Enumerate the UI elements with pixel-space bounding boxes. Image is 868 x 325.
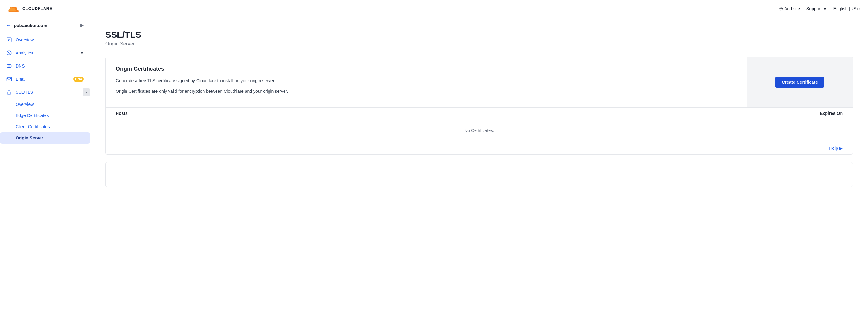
chevron-down-icon: ▼ (80, 51, 84, 55)
page-title: SSL/TLS (105, 30, 853, 40)
sidebar-item-dns[interactable]: DNS (0, 60, 90, 72)
back-arrow-icon[interactable]: ← (6, 23, 11, 28)
navbar: CLOUDFLARE ⊕ Add site Support ▼ English … (0, 0, 868, 18)
second-card-placeholder (105, 162, 853, 187)
chevron-down-icon: ▼ (823, 6, 827, 11)
sidebar-item-client-certificates[interactable]: Client Certificates (0, 121, 90, 132)
language-button[interactable]: English (US) › (833, 6, 861, 11)
plus-icon: ⊕ (779, 6, 783, 11)
card-header-left: Origin Certificates Generate a free TLS … (105, 57, 747, 107)
lock-icon (6, 89, 12, 95)
card-footer: Help ▶ (105, 142, 853, 154)
sidebar-item-label-overview: Overview (16, 37, 84, 42)
navbar-right: ⊕ Add site Support ▼ English (US) › (779, 6, 861, 11)
chevron-right-icon: ▶ (81, 23, 84, 28)
chevron-down-icon: › (859, 6, 861, 11)
arrow-right-icon: ▶ (839, 146, 843, 151)
help-link[interactable]: Help ▶ (829, 146, 843, 151)
page-subtitle: Origin Server (105, 41, 853, 47)
origin-certificates-card: Origin Certificates Generate a free TLS … (105, 57, 853, 155)
sidebar-item-label-ssl-tls: SSL/TLS (16, 90, 84, 95)
cloudflare-logo-icon (7, 5, 20, 13)
create-certificate-button[interactable]: Create Certificate (775, 76, 824, 88)
app-layout: ← pcbaecker.com ▶ Overview Analytics ▼ (0, 18, 868, 325)
sidebar-item-analytics[interactable]: Analytics ▼ (0, 46, 90, 60)
chart-icon (6, 50, 12, 56)
brand-name: CLOUDFLARE (23, 6, 52, 11)
add-site-button[interactable]: ⊕ Add site (779, 6, 800, 11)
scroll-up-icon[interactable]: ▲ (83, 89, 90, 96)
sidebar-item-ssl-overview[interactable]: Overview (0, 99, 90, 110)
origin-certificates-desc2: Origin Certificates are only valid for e… (116, 88, 737, 95)
dns-icon (6, 63, 12, 69)
ssl-tls-nav-item[interactable]: SSL/TLS ▲ (0, 86, 90, 99)
sidebar-item-email[interactable]: Email Beta (0, 72, 90, 86)
navbar-left: CLOUDFLARE (7, 5, 52, 13)
sidebar-item-origin-server[interactable]: Origin Server (0, 132, 90, 143)
domain-name: pcbaecker.com (14, 23, 48, 28)
main-content: SSL/TLS Origin Server Origin Certificate… (90, 18, 868, 325)
card-header: Origin Certificates Generate a free TLS … (105, 57, 853, 107)
sidebar-item-label-email: Email (16, 76, 69, 82)
table-header: Hosts Expires On (105, 107, 853, 119)
table-col-hosts: Hosts (116, 111, 780, 116)
svg-rect-7 (7, 77, 11, 81)
sidebar-domain-left: ← pcbaecker.com (6, 23, 48, 28)
sidebar: ← pcbaecker.com ▶ Overview Analytics ▼ (0, 18, 90, 325)
beta-badge: Beta (73, 77, 84, 82)
list-icon (6, 37, 12, 43)
sidebar-item-ssl-tls: SSL/TLS ▲ Overview Edge Certificates Cli… (0, 86, 90, 143)
sidebar-item-overview[interactable]: Overview (0, 33, 90, 46)
table-empty-message: No Certificates. (105, 119, 853, 142)
card-header-right: Create Certificate (747, 57, 853, 107)
sidebar-domain: ← pcbaecker.com ▶ (0, 18, 90, 33)
support-button[interactable]: Support ▼ (806, 6, 827, 11)
origin-certificates-title: Origin Certificates (116, 66, 737, 72)
sidebar-item-label-dns: DNS (16, 64, 84, 68)
origin-certificates-desc1: Generate a free TLS certificate signed b… (116, 77, 737, 84)
table-col-expires: Expires On (780, 111, 843, 116)
sidebar-item-label-analytics: Analytics (16, 51, 76, 56)
cloudflare-logo[interactable]: CLOUDFLARE (7, 5, 52, 13)
svg-rect-8 (7, 92, 11, 94)
email-icon (6, 76, 12, 82)
sidebar-item-edge-certificates[interactable]: Edge Certificates (0, 110, 90, 121)
